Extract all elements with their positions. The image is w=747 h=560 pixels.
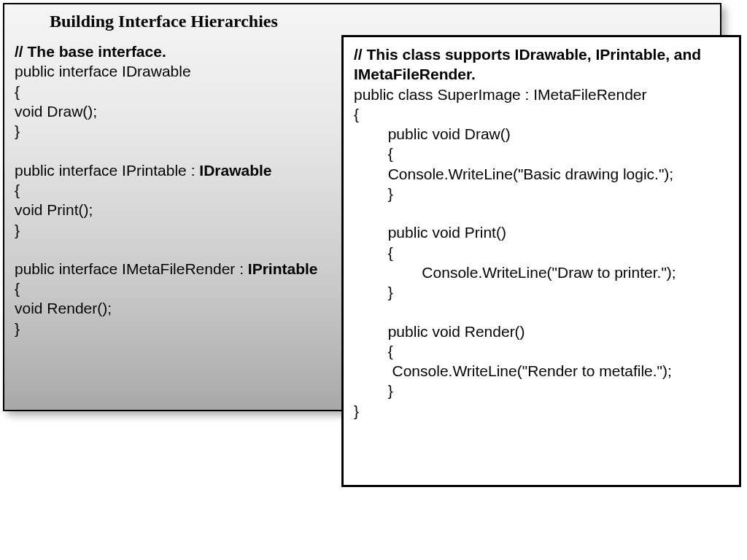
code-line: public void Print() <box>354 222 729 242</box>
code-line: void Render(); <box>15 298 336 318</box>
code-line: } <box>354 401 729 421</box>
code-line: public interface IDrawable <box>15 61 336 81</box>
code-bold: IPrintable <box>248 260 318 277</box>
code-line: { <box>15 279 336 298</box>
code-line: void Draw(); <box>15 101 336 121</box>
code-line: } <box>15 319 336 338</box>
blank-line <box>15 240 336 259</box>
code-line: { <box>15 82 336 101</box>
left-code-block: // The base interface. public interface … <box>15 42 336 338</box>
code-line: public void Draw() <box>354 124 729 144</box>
code-line: } <box>354 282 729 302</box>
blank-line <box>15 141 336 160</box>
code-line: { <box>354 104 729 124</box>
code-line: Console.WriteLine("Render to metafile.")… <box>354 361 729 381</box>
code-line: } <box>15 121 336 141</box>
code-line: Console.WriteLine("Basic drawing logic."… <box>354 164 729 184</box>
slide-title: Building Interface Hierarchies <box>15 10 710 33</box>
code-text: public interface IPrintable : <box>15 162 199 179</box>
code-line: { <box>354 341 729 361</box>
code-comment: // This class supports IDrawable, IPrint… <box>354 44 729 85</box>
code-comment: // The base interface. <box>15 42 336 61</box>
code-line: { <box>354 243 729 262</box>
blank-line <box>354 203 729 222</box>
code-line: void Print(); <box>15 200 336 219</box>
code-line: public void Render() <box>354 322 729 341</box>
code-line: { <box>354 144 729 163</box>
code-line: public interface IPrintable : IDrawable <box>15 160 336 180</box>
right-code-box: // This class supports IDrawable, IPrint… <box>341 35 741 487</box>
code-line: public interface IMetaFileRender : IPrin… <box>15 259 336 279</box>
code-line: } <box>354 381 729 400</box>
code-bold: IDrawable <box>199 162 271 179</box>
code-line: { <box>15 180 336 200</box>
blank-line <box>354 303 729 322</box>
code-line: Console.WriteLine("Draw to printer."); <box>354 262 729 282</box>
code-line: } <box>15 220 336 240</box>
code-line: } <box>354 184 729 203</box>
code-line: public class SuperImage : IMetaFileRende… <box>354 85 729 104</box>
code-text: public interface IMetaFileRender : <box>15 260 248 277</box>
